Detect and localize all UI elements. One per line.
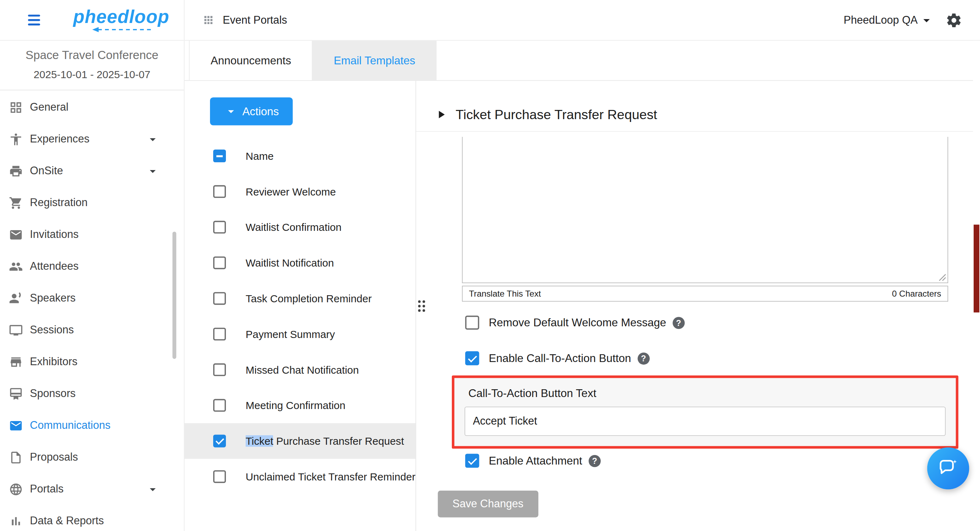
mail-icon: [9, 418, 23, 433]
enable-attachment-checkbox[interactable]: [465, 453, 479, 468]
help-icon[interactable]: [589, 455, 601, 467]
sidebar-item-communications[interactable]: Communications: [0, 410, 184, 442]
template-editor-panel: Ticket Purchase Transfer Request Transla…: [416, 81, 980, 531]
globe-icon: [9, 482, 23, 496]
document-icon: [9, 450, 23, 464]
chevron-down-icon: [224, 104, 238, 118]
remove-default-welcome-checkbox[interactable]: [465, 316, 479, 330]
account-menu[interactable]: PheedLoop QA: [843, 13, 934, 27]
template-row-ticket-purchase-transfer-request[interactable]: Ticket Purchase Transfer Request: [185, 423, 415, 459]
chevron-down-icon[interactable]: [146, 132, 160, 146]
topbar-brand-area: pheedloop: [0, 0, 185, 40]
template-checkbox[interactable]: [213, 256, 226, 269]
resize-handle-icon[interactable]: [939, 273, 947, 281]
template-row-meeting-confirmation[interactable]: Meeting Confirmation: [185, 388, 415, 423]
template-label-rest: Purchase Transfer Request: [273, 435, 404, 446]
sidebar-item-experiences[interactable]: Experiences: [0, 123, 184, 155]
people-icon: [9, 259, 23, 273]
bar-chart-icon: [9, 514, 23, 528]
sidebar-item-label: Exhibitors: [30, 356, 78, 368]
template-list: Name Reviewer Welcome Waitlist Confirmat…: [185, 138, 415, 494]
actions-button[interactable]: Actions: [210, 97, 293, 125]
chevron-down-icon: [919, 13, 934, 27]
checkbox-label: Remove Default Welcome Message: [488, 316, 666, 329]
enable-cta-checkbox[interactable]: [465, 351, 479, 366]
remove-default-welcome-row[interactable]: Remove Default Welcome Message: [462, 316, 948, 330]
chat-support-button[interactable]: [928, 447, 969, 489]
sidebar-item-label: Sessions: [30, 324, 74, 337]
logo-arrow-icon: [89, 27, 153, 33]
sidebar-item-sessions[interactable]: Sessions: [0, 314, 184, 346]
account-name: PheedLoop QA: [843, 14, 918, 27]
cta-text-highlighted-section: Call-To-Action Button Text: [452, 375, 958, 448]
template-label: Waitlist Confirmation: [246, 221, 342, 233]
template-row-payment-summary[interactable]: Payment Summary: [185, 316, 415, 352]
person-icon: [9, 132, 23, 146]
sidebar-item-portals[interactable]: Portals: [0, 474, 184, 505]
sidebar-item-attendees[interactable]: Attendees: [0, 251, 184, 283]
sidebar-item-label: Communications: [30, 419, 111, 432]
help-icon[interactable]: [673, 317, 684, 329]
template-row-waitlist-notification[interactable]: Waitlist Notification: [185, 245, 415, 281]
mail-icon: [9, 228, 23, 242]
enable-attachment-row[interactable]: Enable Attachment: [462, 453, 948, 468]
template-checkbox[interactable]: [213, 434, 226, 447]
sidebar: Space Travel Conference 2025-10-01 - 202…: [0, 41, 185, 531]
template-row-reviewer-welcome[interactable]: Reviewer Welcome: [185, 173, 415, 209]
template-label: Meeting Confirmation: [246, 399, 345, 412]
sidebar-item-exhibitors[interactable]: Exhibitors: [0, 346, 184, 378]
template-row-task-completion-reminder[interactable]: Task Completion Reminder: [185, 281, 415, 316]
topbar-right: PheedLoop QA: [843, 12, 962, 28]
enable-cta-row[interactable]: Enable Call-To-Action Button: [462, 351, 948, 366]
sidebar-item-speakers[interactable]: Speakers: [0, 283, 184, 314]
hamburger-menu-icon[interactable]: [27, 13, 41, 27]
sidebar-item-label: General: [30, 101, 68, 114]
template-checkbox[interactable]: [213, 399, 226, 412]
checkbox-label: Enable Call-To-Action Button: [488, 352, 631, 365]
page-title: Event Portals: [223, 14, 287, 27]
sidebar-item-registration[interactable]: Registration: [0, 187, 184, 219]
template-checkbox[interactable]: [213, 292, 226, 305]
chevron-down-icon[interactable]: [146, 164, 160, 178]
page-scrollbar[interactable]: [973, 41, 980, 531]
chevron-down-icon[interactable]: [146, 482, 160, 496]
template-label: Ticket Purchase Transfer Request: [246, 435, 404, 447]
sidebar-item-invitations[interactable]: Invitations: [0, 219, 184, 251]
sidebar-item-data-reports[interactable]: Data & Reports: [0, 505, 184, 531]
template-row-waitlist-confirmation[interactable]: Waitlist Confirmation: [185, 209, 415, 245]
sidebar-item-label: OnSite: [30, 165, 63, 178]
sidebar-scrollbar-thumb[interactable]: [172, 232, 177, 359]
translate-bar: Translate This Text 0 Characters: [462, 286, 948, 302]
settings-gear-icon[interactable]: [946, 12, 963, 28]
email-message-textarea[interactable]: [462, 137, 948, 283]
sidebar-item-onsite[interactable]: OnSite: [0, 155, 184, 187]
screen-icon: [9, 323, 23, 337]
pheedloop-logo[interactable]: pheedloop: [73, 8, 169, 33]
tab-announcements[interactable]: Announcements: [189, 41, 313, 80]
topbar-main: Event Portals PheedLoop QA: [185, 0, 980, 40]
template-checkbox[interactable]: [213, 470, 226, 483]
template-row-unclaimed-ticket-transfer-reminder[interactable]: Unclaimed Ticket Transfer Reminder: [185, 459, 415, 494]
panel-drag-handle[interactable]: [418, 300, 425, 312]
sidebar-item-general[interactable]: General: [0, 92, 184, 123]
sidebar-item-sponsors[interactable]: Sponsors: [0, 378, 184, 410]
tabs-row: Announcements Email Templates: [185, 41, 980, 81]
translate-text-link[interactable]: Translate This Text: [469, 289, 541, 298]
app-window: pheedloop Event Portals PheedLoop QA Spa…: [0, 0, 980, 531]
template-checkbox[interactable]: [213, 185, 226, 198]
tab-email-templates[interactable]: Email Templates: [313, 41, 436, 80]
template-row-missed-chat-notification[interactable]: Missed Chat Notification: [185, 352, 415, 388]
select-all-checkbox[interactable]: [213, 149, 226, 162]
template-label: Payment Summary: [246, 328, 335, 340]
sidebar-item-label: Proposals: [30, 451, 78, 464]
template-checkbox[interactable]: [213, 363, 226, 376]
template-row-name[interactable]: Name: [185, 138, 415, 174]
scrollbar-thumb[interactable]: [974, 224, 979, 312]
template-checkbox[interactable]: [213, 328, 226, 340]
template-checkbox[interactable]: [213, 221, 226, 234]
help-icon[interactable]: [638, 352, 649, 364]
save-changes-button[interactable]: Save Changes: [438, 491, 538, 518]
sidebar-item-proposals[interactable]: Proposals: [0, 442, 184, 474]
collapse-toggle-icon[interactable]: [434, 108, 447, 121]
cta-text-input[interactable]: [465, 407, 946, 436]
